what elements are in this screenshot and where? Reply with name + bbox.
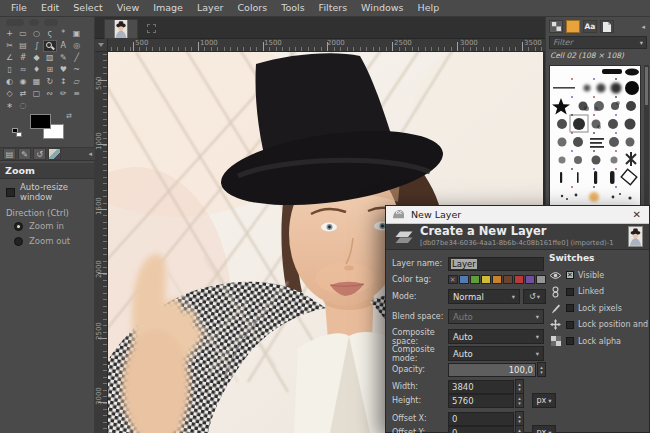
composite-space-dropdown[interactable]: Auto ▾ [448,329,544,344]
color-tag-orange[interactable] [492,275,502,285]
zoom-in-radio[interactable] [14,222,23,231]
visible-checkbox[interactable]: ✕ [566,271,574,279]
brush-filter-input[interactable] [553,38,640,47]
flip-tool[interactable]: ⇄ [17,89,29,100]
cage-transform-tool[interactable]: ▢ [31,89,43,100]
zoom-tool[interactable] [44,41,56,52]
mypaint-brush-tool[interactable]: ✏ [57,89,69,100]
smudge-tool[interactable]: ~ [71,65,83,76]
offset-x-input[interactable]: 0 [448,412,514,426]
width-spinner[interactable]: ▴ ▾ [515,379,524,394]
color-tag-gray[interactable] [536,275,546,285]
dodge-burn-tool[interactable]: ◐ [4,77,16,88]
rotate-tool[interactable]: ↻ [44,77,56,88]
color-tag-brown[interactable] [503,275,513,285]
close-icon[interactable]: ✕ [631,209,643,220]
menu-item-tools[interactable]: Tools [274,0,311,16]
menu-item-windows[interactable]: Windows [354,0,410,16]
unit-dropdown[interactable]: px ▾ [532,393,556,408]
alignment-tool[interactable]: ≡ [71,89,83,100]
menu-item-colors[interactable]: Colors [230,0,274,16]
blur-sharpen-tool[interactable]: ◉ [17,77,29,88]
composite-mode-dropdown[interactable]: Auto ▾ [448,346,544,361]
menu-item-view[interactable]: View [110,0,147,16]
chevron-down-icon[interactable]: ▾ [640,39,643,47]
device-status-tab[interactable]: ✎ [18,148,31,160]
foreground-color-swatch[interactable] [30,114,51,129]
bucket-fill-tool[interactable]: ◆ [31,53,43,64]
rectangle-select-tool[interactable]: ▭ [17,29,29,40]
tab-menu-icon[interactable]: ◂ [641,23,647,31]
lock-pixels-checkbox[interactable] [566,304,574,312]
perspective-tool[interactable]: ◇ [4,89,16,100]
crop-tool[interactable]: # [17,53,29,64]
color-tag-red[interactable] [514,275,524,285]
pencil-tool[interactable]: ✎ [57,53,69,64]
color-tag-violet[interactable] [525,275,535,285]
paths-tool[interactable]: ∫ [31,41,43,52]
brush-scrollbar[interactable] [644,65,649,206]
vertical-ruler[interactable]: 50010001500200025003000 [95,52,108,433]
airbrush-tool[interactable]: ≈ [17,65,29,76]
undo-history-tab[interactable]: ↺ [33,148,46,160]
canvas-menu-button[interactable] [95,39,108,52]
eraser-tool[interactable]: ▯ [4,65,16,76]
unified-transform-tool[interactable]: ▦ [31,77,43,88]
lock-alpha-checkbox[interactable] [566,337,574,345]
heal-tool[interactable]: ♥ [57,65,69,76]
move-tool[interactable]: + [4,29,16,40]
opacity-slider[interactable]: 100,0 [448,363,536,377]
offset-x-spinner[interactable]: ▴ ▾ [515,411,524,426]
scissors-select-tool[interactable]: ✂ [4,41,16,52]
mode-dropdown[interactable]: Normal ▾ [448,289,520,304]
lock-position-and-size-checkbox[interactable] [566,321,574,329]
menu-item-image[interactable]: Image [146,0,190,16]
opacity-spinner[interactable]: ▴ ▾ [537,362,546,377]
text-tool[interactable]: A [57,41,69,52]
color-tag-blue[interactable] [459,275,469,285]
horizontal-ruler[interactable]: 500100015002000250030003500 [108,39,545,52]
n-point-deformation-tool[interactable]: ∗ [4,101,16,112]
shear-tool[interactable]: ▱ [71,77,83,88]
paintbrush-tool[interactable]: ╱ [71,53,83,64]
color-picker-tool[interactable]: ◎ [71,41,83,52]
seamless-clone-tool[interactable]: ◌ [17,101,29,112]
dialog-titlebar[interactable]: New Layer ✕ [386,206,649,224]
patterns-tab[interactable] [566,20,580,33]
color-tag-yellow[interactable] [481,275,491,285]
linked-checkbox[interactable] [566,288,574,296]
menu-item-file[interactable]: File [4,0,34,16]
auto-resize-checkbox[interactable] [6,188,15,197]
menu-item-help[interactable]: Help [411,0,447,16]
images-tab[interactable] [48,148,61,160]
menu-item-layer[interactable]: Layer [190,0,231,16]
color-tag-green[interactable] [470,275,480,285]
menu-item-select[interactable]: Select [66,0,109,16]
menu-item-edit[interactable]: Edit [34,0,66,16]
clone-tool[interactable]: ⊞ [44,65,56,76]
height-spinner[interactable]: ▴ ▾ [515,393,524,408]
unit-dropdown[interactable]: px ▾ [532,425,556,433]
color-tag-none[interactable]: ✕ [448,275,458,285]
brush-grid[interactable] [549,65,641,206]
warp-tool[interactable]: ∾ [44,89,56,100]
scale-tool[interactable]: ↕ [57,77,69,88]
fuzzy-select-tool[interactable]: * [57,29,69,40]
menu-item-filters[interactable]: Filters [312,0,354,16]
swap-colors-icon[interactable]: ⇄ [66,112,72,120]
document-history-tab[interactable] [600,20,614,33]
fonts-tab[interactable]: Aa [583,20,597,33]
mode-switch-button[interactable]: ↺ ▾ [523,289,546,304]
default-colors-icon[interactable] [12,128,22,138]
tool-options-tab[interactable]: ▤ [3,148,16,160]
gradient-tool[interactable]: ▨ [44,53,56,64]
measure-tool[interactable]: ∠ [4,53,16,64]
ellipse-select-tool[interactable]: ○ [31,29,43,40]
height-input[interactable]: 5760 [448,394,514,408]
image-tab[interactable] [104,19,138,39]
layer-name-input[interactable]: Layer [448,257,544,271]
dock-menu-icon[interactable]: ◂ [88,150,92,158]
zoom-out-radio[interactable] [14,237,23,246]
free-select-tool[interactable]: ς [44,29,56,40]
ink-tool[interactable]: ♦ [31,65,43,76]
